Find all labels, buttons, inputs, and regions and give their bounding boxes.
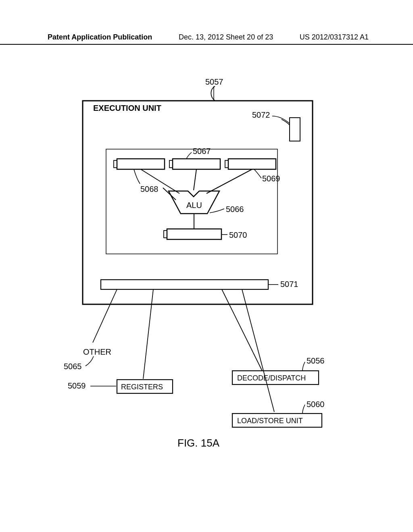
ref-5071: 5071 [280, 280, 298, 289]
hook-5066 [210, 209, 224, 213]
ref-5070: 5070 [229, 231, 247, 239]
ref-5072: 5072 [252, 110, 270, 119]
registers-label: REGISTERS [121, 383, 163, 391]
line-to-decode [222, 289, 262, 371]
reg-5068 [117, 159, 165, 169]
line-center-alu [194, 169, 196, 190]
hook-5057 [211, 86, 215, 101]
ref-5060: 5060 [307, 400, 325, 409]
hook-5069 [254, 169, 261, 178]
hook-5060 [302, 405, 305, 414]
decode-dispatch-label: DECODE/DISPATCH [237, 374, 306, 382]
other-label: OTHER [83, 347, 111, 356]
ref-5057: 5057 [205, 77, 223, 86]
hook-5065 [86, 356, 94, 366]
bar-5071 [101, 280, 268, 289]
ref-5067: 5067 [193, 147, 211, 156]
line-5069-alu [206, 169, 252, 193]
ref-5056: 5056 [307, 356, 325, 365]
ref-5066: 5066 [226, 205, 244, 214]
ref-5068: 5068 [140, 185, 159, 193]
load-store-label: LOAD/STORE UNIT [237, 417, 303, 425]
ref-5065: 5065 [64, 362, 82, 371]
box-5072 [290, 118, 300, 141]
alu-label: ALU [186, 201, 202, 210]
diagram-canvas: EXECUTION UNIT 5057 5072 5067 5068 5069 … [0, 0, 413, 532]
ref-5059: 5059 [68, 381, 86, 390]
svg-line-0 [85, 356, 94, 366]
ref-5069: 5069 [262, 174, 280, 183]
reg-5069 [228, 159, 276, 169]
line-to-loadstore [242, 289, 274, 412]
execution-unit-label: EXECUTION UNIT [93, 104, 161, 112]
line-to-registers [143, 289, 153, 379]
hook-5067 [186, 152, 192, 159]
hook-5056 [302, 362, 305, 371]
hook-5068b [134, 169, 140, 184]
reg-5070 [167, 229, 221, 239]
figure-label: FIG. 15A [177, 437, 220, 449]
reg-center [173, 159, 220, 169]
line-to-other [93, 289, 117, 343]
